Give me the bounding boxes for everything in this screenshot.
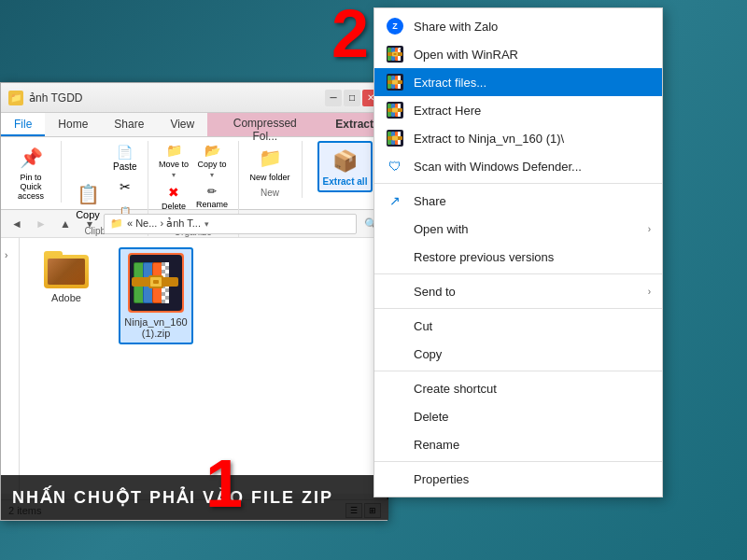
svg-rect-42 [400,49,402,51]
tab-share[interactable]: Share [101,113,157,136]
ctx-extract-here[interactable]: Extract Here [374,96,662,124]
paste-label: Paste [113,161,137,172]
ctx-extract-to-label: Extract to Ninja_vn_160 (1)\ [414,132,651,146]
pin-buttons: 📌 Pin to Quick access [8,141,53,203]
new-folder-icon: 📁 [255,143,285,173]
extract-all-button[interactable]: 📦 Extract all [317,141,374,192]
ctx-open-with-label: Open with [414,222,639,236]
ctx-restore-versions[interactable]: Restore previous versions [374,243,662,271]
shortcut-icon [386,379,404,398]
adobe-label: Adobe [51,292,81,303]
open-with-arrow: › [648,224,651,234]
explorer-window: 📁 ảnh TGDD ─ □ ✕ File Home Share View Co… [0,82,388,521]
separator-5 [374,461,662,462]
main-file-area: Adobe [20,238,387,494]
desktop: 📁 ảnh TGDD ─ □ ✕ File Home Share View Co… [0,0,747,560]
svg-rect-25 [165,292,169,296]
svg-rect-41 [398,49,400,51]
pin-to-quick-access-button[interactable]: 📌 Pin to Quick access [8,141,53,203]
tree-panel: › [1,238,20,494]
paste-icon: 📄 [116,143,134,161]
ctx-send-to[interactable]: Send to › [374,277,662,305]
extract-files-menu-icon [387,74,403,91]
ctx-extract-files-label: Extract files... [414,76,651,90]
badge-number-2: 2 [331,0,369,67]
minimize-button[interactable]: ─ [325,90,342,106]
ctx-share-zalo[interactable]: Z Share with Zalo [374,12,662,40]
svg-rect-12 [162,270,165,273]
back-button[interactable]: ◄ [7,214,27,234]
paste-button[interactable]: 📄 Paste [110,141,140,174]
ribbon-group-new: 📁 New folder New [247,141,303,198]
address-bar[interactable]: 📁 « Ne... › ảnh T... ▾ [104,214,357,234]
svg-rect-39 [398,48,400,49]
ctx-create-shortcut[interactable]: Create shortcut [374,374,662,402]
recent-button[interactable]: ▾ [79,214,100,234]
zalo-icon: Z [386,17,404,35]
ctx-restore-label: Restore previous versions [414,250,651,264]
ctx-share-zalo-label: Share with Zalo [414,20,651,34]
context-menu: Z Share with Zalo [374,7,663,497]
new-folder-button[interactable]: 📁 New folder [247,141,294,184]
ctx-cut[interactable]: Cut [374,312,662,340]
svg-rect-10 [162,266,165,270]
ctx-share[interactable]: ↗ Share [374,187,662,215]
new-folder-label: New folder [250,173,290,182]
up-button[interactable]: ▲ [55,214,76,234]
svg-rect-11 [165,266,169,270]
svg-rect-27 [165,296,169,300]
ribbon-group-pin: 📌 Pin to Quick access [8,141,62,203]
maximize-button[interactable]: □ [344,90,360,106]
organize-buttons: 📁 Move to ▾ 📂 Copy to ▾ ✖ Delete ▾ [156,141,231,223]
winrar-svg [130,255,182,311]
tab-file[interactable]: File [1,113,45,136]
extract-files-icon [386,73,404,91]
ctx-extract-files[interactable]: Extract files... [374,68,662,96]
tree-chevron[interactable]: › [5,250,7,260]
window-icon: 📁 [8,91,23,105]
open-with-icon [386,219,404,238]
ctx-rename[interactable]: Rename [374,430,662,458]
pin-icon: 📌 [16,143,46,173]
send-to-icon [386,282,404,301]
defender-icon: 🛡 [386,157,404,175]
extract-all-icon: 📦 [331,147,360,176]
folder-icon-nav: 📁 [110,217,123,230]
instruction-text: NHẤN CHUỘT PHẢI VÀO FILE ZIP [12,487,333,508]
window-title: ảnh TGDD [29,91,319,105]
file-item-zip[interactable]: Ninja_vn_160 (1).zip [119,247,193,344]
file-content: › Adobe [1,238,387,494]
scissors-icon: ✂ [116,177,134,196]
file-grid: Adobe [29,247,377,344]
svg-rect-45 [394,53,397,55]
svg-rect-8 [162,262,165,266]
move-to-button[interactable]: 📁 Move to ▾ [156,141,192,181]
copy-to-button[interactable]: 📂 Copy to ▾ [194,141,231,181]
ctx-extract-here-label: Extract Here [414,104,651,118]
cut-icon [386,316,404,335]
forward-button[interactable]: ► [31,214,51,234]
svg-rect-52 [392,80,398,85]
ctx-extract-to[interactable]: Extract to Ninja_vn_160 (1)\ [374,124,662,152]
clipboard-buttons: 📋 Copy 📄 Paste ✂ 📋 [69,141,140,222]
separator-2 [374,273,662,274]
ctx-delete[interactable]: Delete [374,402,662,430]
separator-4 [374,371,662,371]
ctx-open-winrar[interactable]: Open with WinRAR [374,40,662,68]
tab-compressed-tools[interactable]: Compressed Fol... [207,113,322,136]
ribbon-tabs: File Home Share View Compressed Fol... E… [1,113,387,137]
ctx-open-with[interactable]: Open with › [374,215,662,243]
tab-view[interactable]: View [157,113,207,136]
tab-home[interactable]: Home [45,113,101,136]
window-controls: ─ □ ✕ [325,90,379,106]
ctx-copy[interactable]: Copy [374,340,662,368]
new-label: New [261,188,279,198]
svg-rect-33 [153,280,159,284]
ctx-properties[interactable]: Properties [374,465,662,493]
address-chevron: ▾ [204,219,209,229]
file-item-adobe[interactable]: Adobe [29,247,104,344]
extract-all-label: Extract all [323,176,368,187]
ctx-scan-defender[interactable]: 🛡 Scan with Windows Defender... [374,152,662,180]
ctx-properties-label: Properties [414,472,651,486]
cut-ribbon-button[interactable]: ✂ [110,175,140,198]
